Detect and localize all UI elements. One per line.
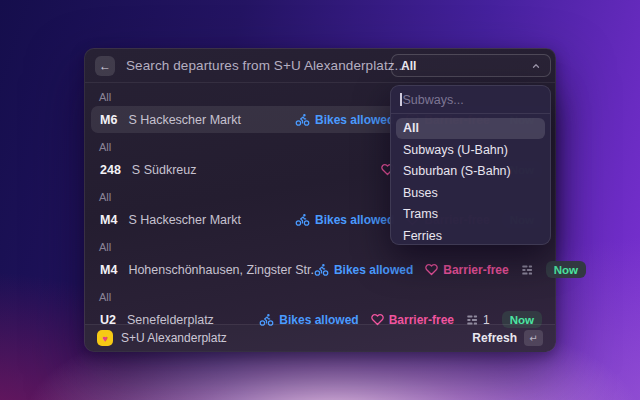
footer-station-name: S+U Alexanderplatz xyxy=(121,331,227,345)
destination: S Südkreuz xyxy=(132,163,197,177)
filter-option-buses[interactable]: Buses xyxy=(396,183,545,204)
transport-filter-panel: Subways... All Subways (U-Bahn) Suburban… xyxy=(390,85,551,245)
extension-icon: ♥ xyxy=(97,330,113,346)
search-input[interactable]: Search departures from S+U Alexanderplat… xyxy=(126,58,406,73)
platform-indicator xyxy=(521,264,534,276)
arrow-left-icon: ← xyxy=(99,59,111,73)
destination: S Hackescher Markt xyxy=(128,213,241,227)
enter-key-icon: ↵ xyxy=(524,330,543,346)
app-window: ← Search departures from S+U Alexanderpl… xyxy=(84,48,556,352)
header-divider xyxy=(85,82,555,83)
filter-option-suburban[interactable]: Suburban (S-Bahn) xyxy=(396,161,545,182)
section-header: All xyxy=(99,91,111,103)
bikes-allowed-badge: Bikes allowed xyxy=(295,212,394,227)
filter-option-all[interactable]: All xyxy=(396,118,545,139)
departure-row-m4-hohenschoenhausen[interactable]: M4 Hohenschönhausen, Zingster Str. Bikes… xyxy=(91,256,551,283)
text-caret xyxy=(400,93,402,106)
line-number: M4 xyxy=(100,263,117,277)
filter-selected-value: All xyxy=(401,59,416,73)
bike-icon xyxy=(295,112,310,127)
section-header: All xyxy=(99,291,111,303)
bikes-allowed-badge: Bikes allowed xyxy=(295,112,394,127)
transport-filter-dropdown[interactable]: All xyxy=(391,54,551,77)
filter-option-subways[interactable]: Subways (U-Bahn) xyxy=(396,140,545,161)
section-header: All xyxy=(99,141,111,153)
line-number: M4 xyxy=(100,213,117,227)
line-number: M6 xyxy=(100,113,117,127)
barrier-free-badge: Barrier-free xyxy=(425,263,508,277)
filter-search-input[interactable]: Subways... xyxy=(391,86,550,113)
section-header: All xyxy=(99,241,111,253)
footer: ♥ S+U Alexanderplatz Refresh ↵ xyxy=(85,324,555,351)
filter-option-ferries[interactable]: Ferries xyxy=(396,226,545,247)
heart-icon xyxy=(425,263,438,276)
bikes-allowed-badge: Bikes allowed xyxy=(314,262,413,277)
heart-icon: ♥ xyxy=(102,333,108,344)
bike-icon xyxy=(295,212,310,227)
back-button[interactable]: ← xyxy=(95,56,115,76)
bike-icon xyxy=(314,262,329,277)
refresh-action[interactable]: Refresh xyxy=(472,331,517,345)
section-header: All xyxy=(99,191,111,203)
destination: Hohenschönhausen, Zingster Str. xyxy=(128,263,314,277)
destination: S Hackescher Markt xyxy=(128,113,241,127)
line-number: 248 xyxy=(100,163,121,177)
departure-time-badge: Now xyxy=(546,261,586,278)
filter-option-trams[interactable]: Trams xyxy=(396,204,545,225)
platform-icon xyxy=(521,264,534,276)
chevron-up-icon xyxy=(531,61,541,71)
